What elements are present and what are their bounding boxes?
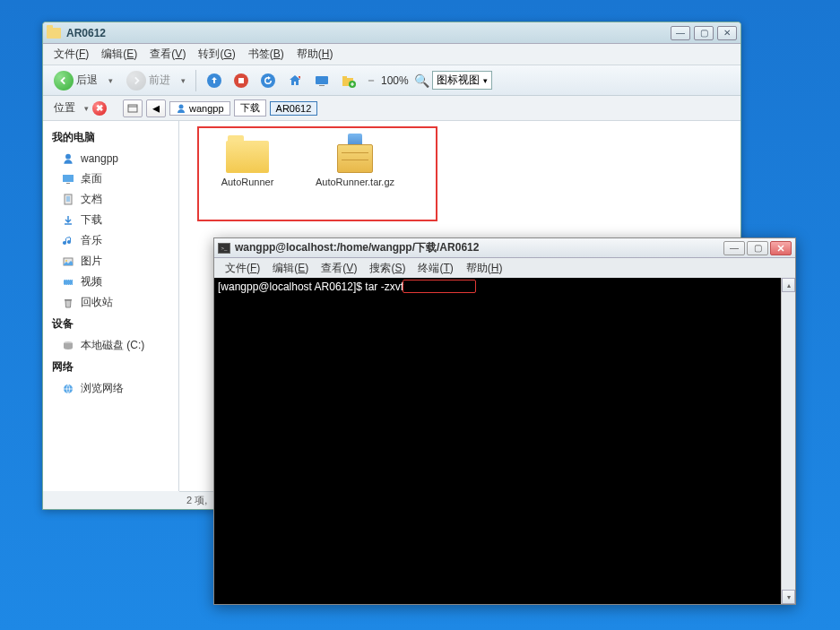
sidebar: 我的电脑 wangpp 桌面 文档 下载 音乐 图片 视频 回收站 设备 本地磁… — [43, 121, 179, 491]
back-button[interactable]: 后退 — [48, 69, 103, 92]
svg-rect-5 — [319, 85, 325, 86]
forward-dropdown[interactable]: ▾ — [181, 76, 188, 85]
close-button[interactable]: ✕ — [717, 26, 737, 40]
stop-icon[interactable] — [230, 70, 252, 91]
minimize-button[interactable]: — — [671, 26, 690, 40]
fm-toolbar: 后退 ▾ 前进 ▾ － 100% 🔍 图标视图▾ — [43, 65, 740, 96]
term-menu-view[interactable]: 查看(V) — [316, 259, 362, 278]
location-bar: 位置 ▾ ✖ ◂ wangpp 下载 AR0612 — [43, 96, 740, 121]
zoom-in-icon[interactable]: 🔍 — [414, 73, 421, 88]
term-titlebar[interactable]: wangpp@localhost:/home/wangpp/下载/AR0612 … — [214, 238, 795, 258]
sidebar-item-desktop[interactable]: 桌面 — [47, 168, 175, 189]
forward-button[interactable]: 前进 — [121, 69, 176, 92]
svg-point-10 — [179, 104, 184, 108]
sidebar-item-network[interactable]: 浏览网络 — [47, 378, 175, 399]
sidebar-item-pictures[interactable]: 图片 — [47, 251, 175, 272]
sidebar-item-videos[interactable]: 视频 — [47, 272, 175, 292]
term-menu-search[interactable]: 搜索(S) — [364, 259, 411, 278]
computer-icon[interactable] — [311, 70, 333, 91]
path-nav-left[interactable]: ◂ — [146, 99, 166, 117]
term-menubar: 文件(F) 编辑(E) 查看(V) 搜索(S) 终端(T) 帮助(H) — [214, 258, 795, 278]
term-close-button[interactable] — [770, 241, 792, 255]
term-maximize-button[interactable]: ▢ — [747, 241, 768, 255]
svg-rect-7 — [342, 76, 347, 78]
svg-rect-12 — [63, 175, 74, 182]
svg-rect-17 — [64, 280, 73, 285]
term-scrollbar[interactable]: ▴ ▾ — [781, 278, 795, 604]
term-menu-file[interactable]: 文件(F) — [220, 259, 265, 278]
scroll-down-button[interactable]: ▾ — [782, 590, 795, 604]
command-highlight-annotation — [403, 280, 476, 293]
scroll-up-button[interactable]: ▴ — [782, 278, 795, 292]
back-dropdown[interactable]: ▾ — [108, 76, 116, 85]
menu-bookmarks[interactable]: 书签(B) — [243, 44, 290, 65]
terminal-window: wangpp@localhost:/home/wangpp/下载/AR0612 … — [213, 237, 796, 605]
edit-path-button[interactable] — [123, 99, 143, 117]
svg-point-16 — [65, 260, 67, 262]
fm-titlebar[interactable]: AR0612 — ▢ ✕ — [43, 22, 740, 44]
term-minimize-button[interactable]: — — [723, 241, 745, 255]
term-title: wangpp@localhost:/home/wangpp/下载/AR0612 — [235, 240, 723, 255]
term-menu-terminal[interactable]: 终端(T) — [412, 259, 458, 278]
crumb-downloads[interactable]: 下载 — [234, 99, 266, 117]
svg-rect-4 — [316, 76, 328, 84]
folder-icon — [47, 28, 61, 39]
term-menu-help[interactable]: 帮助(H) — [461, 259, 508, 278]
sidebar-item-trash[interactable]: 回收站 — [47, 292, 175, 313]
menu-view[interactable]: 查看(V) — [144, 44, 191, 65]
svg-rect-9 — [128, 105, 137, 112]
term-menu-edit[interactable]: 编辑(E) — [267, 259, 314, 278]
maximize-button[interactable]: ▢ — [694, 26, 714, 40]
terminal-content[interactable]: [wangpp@localhost AR0612]$ tar -zxvf — [214, 278, 781, 604]
up-icon[interactable] — [204, 70, 225, 91]
menu-go[interactable]: 转到(G) — [193, 44, 240, 65]
term-prompt: [wangpp@localhost AR0612]$ — [218, 280, 365, 293]
sidebar-item-wangpp[interactable]: wangpp — [47, 149, 175, 168]
window-title: AR0612 — [66, 27, 671, 39]
sidebar-item-documents[interactable]: 文档 — [47, 189, 175, 210]
svg-rect-18 — [65, 299, 72, 301]
new-folder-icon[interactable] — [338, 70, 359, 91]
fm-menubar: 文件(F) 编辑(E) 查看(V) 转到(G) 书签(B) 帮助(H) — [43, 44, 740, 65]
menu-edit[interactable]: 编辑(E) — [96, 44, 143, 65]
sidebar-item-disk-c[interactable]: 本地磁盘 (C:) — [47, 335, 175, 356]
menu-file[interactable]: 文件(F) — [48, 44, 94, 65]
svg-rect-13 — [66, 183, 70, 184]
sb-section-computer: 我的电脑 — [47, 126, 175, 149]
home-icon[interactable] — [284, 70, 306, 91]
menu-help[interactable]: 帮助(H) — [291, 44, 339, 65]
reload-icon[interactable] — [257, 70, 279, 91]
folder-icon — [226, 141, 269, 173]
sidebar-item-downloads[interactable]: 下载 — [47, 210, 175, 230]
archive-icon — [337, 134, 373, 173]
location-label: 位置 — [48, 99, 81, 117]
zoom-out-icon[interactable]: － — [365, 73, 372, 89]
svg-point-11 — [65, 154, 71, 160]
sb-section-network: 网络 — [47, 356, 175, 378]
crumb-wangpp[interactable]: wangpp — [169, 101, 230, 116]
crumb-ar0612[interactable]: AR0612 — [270, 101, 318, 116]
svg-rect-2 — [238, 78, 244, 83]
error-icon: ✖ — [92, 101, 107, 116]
term-command: tar -zxvf — [365, 280, 406, 293]
zoom-level: 100% — [381, 74, 409, 87]
sb-section-devices: 设备 — [47, 313, 175, 335]
view-mode-select[interactable]: 图标视图▾ — [432, 71, 492, 90]
terminal-icon — [218, 243, 230, 254]
svg-point-3 — [261, 73, 275, 88]
location-dropdown[interactable]: ▾ — [84, 104, 89, 113]
scroll-track[interactable] — [782, 292, 795, 590]
sidebar-item-music[interactable]: 音乐 — [47, 230, 175, 251]
